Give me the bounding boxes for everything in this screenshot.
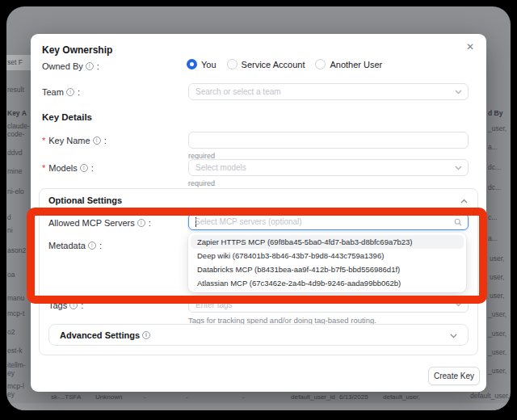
- bg-cell: default_user_id: [291, 393, 335, 401]
- tags-label: Tags i: [48, 300, 83, 310]
- advanced-settings-heading-text: Advanced Settings: [60, 330, 140, 340]
- radio-unselected-icon: [315, 59, 326, 69]
- bg-fragment: mcp-t: [7, 309, 24, 317]
- tags-placeholder: Enter tags: [195, 300, 233, 309]
- bg-fragment: Key A: [7, 109, 27, 117]
- advanced-settings-panel[interactable]: Advanced Settings i: [48, 324, 469, 346]
- bg-fragment: mcp-l: [7, 382, 24, 390]
- bg-fragment: itellm-: [7, 361, 26, 369]
- bg-fragment: code-: [7, 130, 24, 138]
- bg-fragment: _user,: [488, 330, 506, 338]
- bg-fragment: user,: [490, 254, 504, 262]
- create-key-modal: Key Ownership ✕ Owned By i You Service A…: [31, 34, 486, 392]
- bg-fragment: set F: [7, 58, 23, 66]
- bg-cell: -: [186, 393, 188, 401]
- info-icon[interactable]: i: [69, 301, 78, 309]
- radio-selected-icon: [187, 59, 197, 69]
- info-icon[interactable]: i: [66, 88, 74, 96]
- bg-cell: Unknown: [95, 393, 122, 401]
- info-icon[interactable]: i: [80, 164, 88, 172]
- mcp-option-atlassian[interactable]: Atlassian MCP (67c3462e-2a4b-4d9b-9246-a…: [191, 276, 464, 290]
- bg-fragment: claude-: [7, 122, 30, 130]
- bg-fragment: d: [7, 213, 11, 221]
- mcp-option-databricks[interactable]: Databricks MCP (b8431bea-aa9f-412b-b7f5-…: [191, 262, 464, 276]
- chevron-down-icon: [450, 334, 457, 338]
- bg-fragment: o2: [7, 328, 15, 336]
- bg-fragment: ddvd: [7, 149, 22, 157]
- mcp-placeholder: Select MCP servers (optional): [195, 217, 302, 226]
- radio-another-user[interactable]: Another User: [315, 59, 382, 69]
- tags-input[interactable]: Enter tags: [188, 296, 469, 313]
- bg-fragment: _user,: [488, 310, 506, 318]
- bg-fragment: _user,: [488, 367, 506, 375]
- bg-fragment: dc...: [488, 163, 501, 171]
- bg-fragment: default_user,: [470, 392, 510, 400]
- radio-service-account[interactable]: Service Account: [227, 59, 305, 69]
- info-icon[interactable]: i: [86, 62, 94, 70]
- allowed-mcp-servers-label-text: Allowed MCP Servers: [48, 218, 135, 228]
- team-select[interactable]: Search or select a team: [188, 83, 469, 100]
- team-label: Team i: [42, 87, 80, 97]
- bg-fragment: mine: [7, 167, 22, 175]
- chevron-up-icon[interactable]: [460, 199, 468, 204]
- bg-fragment: ni-elo: [7, 187, 24, 195]
- bg-fragment: ey: [7, 369, 15, 377]
- key-name-input[interactable]: [188, 132, 469, 149]
- models-label: * Models i: [42, 163, 94, 173]
- owned-by-label: Owned By i: [42, 61, 99, 71]
- bg-footer-band: [6, 403, 511, 410]
- bg-fragment: result: [7, 86, 24, 94]
- mcp-option-zapier[interactable]: Zapier HTTPS MCP (69f8ba45-5ba0-4fd7-bab…: [191, 235, 464, 249]
- team-label-text: Team: [42, 87, 64, 97]
- mcp-option-deep-wiki[interactable]: Deep wiki (678401b3-8b46-43b7-b9d8-443c7…: [191, 249, 464, 262]
- radio-another-user-label: Another User: [330, 60, 382, 69]
- create-key-button[interactable]: Create Key: [428, 367, 480, 385]
- models-required-text: required: [188, 179, 215, 187]
- info-icon[interactable]: i: [93, 136, 101, 145]
- bg-fragment: ey: [7, 390, 15, 398]
- bg-fragment: c...: [488, 213, 497, 221]
- mcp-servers-dropdown: Zapier HTTPS MCP (69f8ba45-5ba0-4fd7-bab…: [188, 233, 466, 292]
- owned-by-radio-group: You Service Account Another User: [187, 59, 382, 69]
- models-placeholder: Select models: [195, 163, 246, 172]
- required-mark: *: [42, 163, 45, 173]
- bg-fragment: a...: [488, 143, 498, 151]
- bg-fragment: d By: [488, 109, 502, 117]
- info-icon[interactable]: i: [142, 331, 150, 339]
- search-icon: [454, 218, 462, 226]
- optional-settings-heading[interactable]: Optional Settings: [48, 195, 122, 205]
- models-label-text: Models: [48, 163, 77, 173]
- metadata-label: Metadata i: [48, 241, 102, 250]
- bg-fragment: ason2: [7, 246, 26, 254]
- bg-fragment: a...: [488, 234, 498, 242]
- bg-cell: -: [242, 393, 245, 401]
- allowed-mcp-servers-input[interactable]: Select MCP servers (optional): [188, 213, 469, 230]
- chevron-down-icon: [455, 166, 462, 170]
- info-icon[interactable]: i: [137, 219, 145, 227]
- bg-cell: sk-...TSFA: [51, 393, 81, 401]
- models-select[interactable]: Select models: [188, 159, 469, 176]
- close-icon[interactable]: ✕: [466, 42, 474, 52]
- chevron-down-icon: [455, 302, 462, 307]
- bg-fragment: oa: [7, 271, 15, 279]
- chevron-down-icon: [455, 90, 462, 94]
- bg-fragment: est-k: [7, 346, 22, 355]
- bg-fragment: dc...: [488, 183, 501, 191]
- owned-by-label-text: Owned By: [42, 61, 83, 71]
- bg-fragment: user,: [490, 273, 504, 281]
- tags-label-text: Tags: [48, 300, 67, 310]
- bg-fragment: user,: [490, 292, 504, 300]
- metadata-label-text: Metadata: [48, 241, 86, 250]
- key-details-heading: Key Details: [42, 112, 92, 122]
- required-mark: *: [42, 136, 45, 145]
- bg-fragment: _user,: [488, 348, 506, 356]
- bg-cell: default_user,: [383, 393, 420, 401]
- key-name-label: * Key Name i: [42, 136, 107, 145]
- allowed-mcp-servers-label: Allowed MCP Servers i: [48, 218, 151, 228]
- radio-you[interactable]: You: [187, 59, 216, 69]
- advanced-settings-heading: Advanced Settings i: [60, 330, 150, 340]
- bg-cell: -: [144, 393, 146, 401]
- info-icon[interactable]: i: [88, 242, 96, 250]
- bg-fragment: ni: [7, 226, 13, 234]
- radio-unselected-icon: [227, 59, 237, 69]
